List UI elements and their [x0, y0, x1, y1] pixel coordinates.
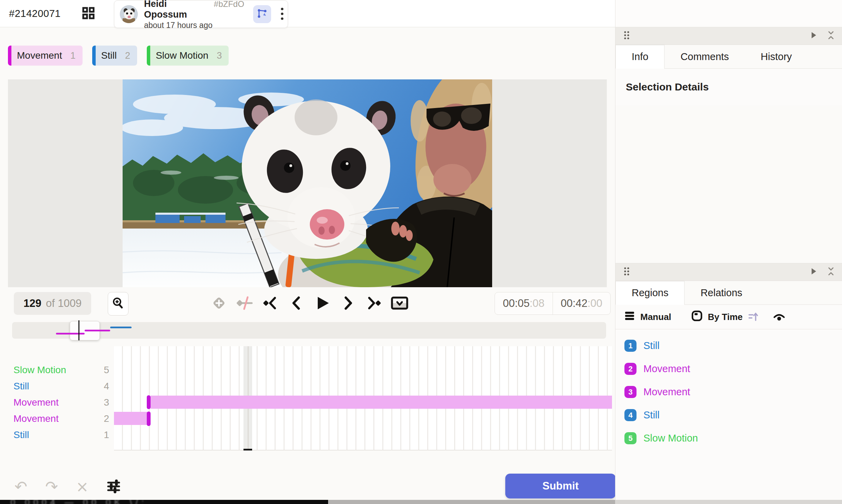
video-frame[interactable]: [123, 79, 492, 287]
tab-history[interactable]: History: [745, 45, 808, 68]
time-duration-main: 00:42: [561, 297, 587, 310]
total-frames: of 1009: [46, 297, 82, 310]
visibility-toggle-icon[interactable]: [773, 312, 785, 322]
label-tag-text: Still: [101, 50, 117, 61]
undo-icon: ↶: [15, 478, 27, 495]
time-duration: 00:42:00: [553, 292, 611, 314]
region-select-icon: [257, 8, 267, 20]
label-tag-still[interactable]: Still 2: [92, 46, 137, 66]
track-row-slow-motion[interactable]: Slow Motion 5: [8, 362, 114, 378]
redo-icon: ↷: [45, 478, 58, 495]
next-keyframe-button[interactable]: [365, 294, 383, 312]
region-item-1[interactable]: 1 Still: [615, 334, 842, 357]
keyframe-add-icon: [211, 295, 227, 312]
tab-comments[interactable]: Comments: [664, 45, 745, 68]
kebab-icon: [280, 7, 284, 22]
prediction-toggle-button[interactable]: [253, 5, 271, 23]
track-row-still[interactable]: Still 4: [8, 378, 114, 394]
submit-button[interactable]: Submit: [505, 474, 616, 498]
panel-top-spacer: [615, 0, 842, 27]
frame-counter[interactable]: 129 of 1009: [14, 292, 91, 315]
reset-button[interactable]: ×: [76, 479, 89, 494]
grid-view-button[interactable]: [82, 7, 95, 20]
card-menu-button[interactable]: [280, 7, 284, 22]
label-tag-slow-motion[interactable]: Slow Motion 3: [147, 46, 229, 66]
label-hotkey: 3: [217, 50, 222, 61]
settings-button[interactable]: [107, 479, 121, 494]
region-list: 1 Still 2 Movement 3 Movement 4 Still 5: [615, 329, 842, 455]
label-hotkey: 2: [125, 50, 130, 61]
track-number: 1: [104, 429, 109, 440]
track-number: 2: [104, 413, 109, 424]
region-bar-movement-2[interactable]: [114, 412, 147, 425]
cropped-scrollbar-strip: [328, 500, 615, 504]
region-label: Slow Motion: [643, 433, 698, 444]
tab-info[interactable]: Info: [615, 45, 664, 69]
track-number: 5: [104, 365, 109, 376]
add-keyframe-button[interactable]: [210, 294, 228, 312]
region-item-3[interactable]: 3 Movement: [615, 380, 842, 404]
region-item-4[interactable]: 4 Still: [615, 404, 842, 427]
sort-order-icon[interactable]: [748, 311, 758, 322]
region-badge: 1: [624, 340, 637, 352]
time-position: 00:05:08: [495, 292, 553, 314]
tab-relations[interactable]: Relations: [685, 281, 758, 304]
info-panel-body: Selection Details: [615, 69, 842, 105]
chevron-left-icon: [288, 295, 304, 312]
detach-panel-icon[interactable]: [811, 268, 817, 277]
region-bar-movement-3[interactable]: [151, 396, 612, 409]
timeline-playhead-handle[interactable]: [243, 449, 252, 450]
annotation-card[interactable]: Heidi Opossum #bZFdO about 17 hours ago: [114, 0, 288, 28]
label-tag-movement[interactable]: Movement 1: [8, 46, 83, 66]
tab-regions[interactable]: Regions: [615, 281, 685, 305]
cropped-video-strip: 0 0004 — 00 0K \/:: [0, 500, 328, 504]
undo-button[interactable]: ↶: [15, 479, 27, 494]
collapse-panel-icon[interactable]: [827, 267, 835, 277]
cropped-strip-glyphs: 0 0004 — 00 0K \/:: [10, 500, 147, 504]
grid-icon: [82, 7, 95, 20]
timeline-grid[interactable]: [114, 346, 612, 450]
regions-panel-header[interactable]: [615, 263, 842, 281]
region-label: Movement: [643, 363, 690, 375]
track-row-movement[interactable]: Movement 2: [8, 410, 114, 427]
sort-mode-label: By Time: [708, 312, 743, 322]
interpolation-toggle-button[interactable]: [236, 294, 254, 312]
track-label: Still: [13, 429, 29, 440]
track-label: Movement: [13, 397, 59, 408]
drag-handle-icon[interactable]: [623, 30, 631, 41]
minimap-region-movement: [56, 333, 85, 335]
chevron-right-icon: [340, 295, 356, 312]
region-item-2[interactable]: 2 Movement: [615, 357, 842, 380]
annotation-time: about 17 hours ago: [144, 21, 244, 30]
region-badge: 3: [624, 386, 637, 398]
time-position-main: 00:05: [503, 297, 530, 310]
region-label: Still: [643, 409, 660, 421]
keyframe-cap[interactable]: [147, 411, 151, 426]
by-time-icon: [691, 310, 702, 324]
group-mode-selector[interactable]: Manual: [624, 311, 671, 323]
prev-frame-button[interactable]: [287, 294, 305, 312]
drag-handle-icon[interactable]: [623, 266, 631, 278]
prev-keyframe-button[interactable]: [261, 294, 279, 312]
detach-panel-icon[interactable]: [811, 31, 817, 40]
play-button[interactable]: [313, 294, 331, 312]
region-item-5[interactable]: 5 Slow Motion: [615, 427, 842, 450]
track-label: Movement: [13, 413, 59, 424]
timeline-zoom-button[interactable]: [108, 292, 128, 316]
sort-mode-selector[interactable]: By Time: [691, 310, 743, 324]
track-row-still[interactable]: Still 1: [8, 427, 114, 443]
minimap-playhead[interactable]: [78, 320, 79, 340]
keyframe-cap[interactable]: [147, 395, 151, 409]
annotation-meta: Heidi Opossum #bZFdO about 17 hours ago: [144, 0, 244, 30]
selection-details-heading: Selection Details: [626, 81, 832, 93]
timeline-collapse-button[interactable]: [391, 294, 409, 312]
timeline-minimap[interactable]: [12, 322, 606, 339]
info-panel-header[interactable]: [615, 27, 842, 45]
redo-button[interactable]: ↷: [45, 479, 58, 494]
track-row-movement[interactable]: Movement 3: [8, 394, 114, 410]
region-badge: 5: [624, 432, 637, 444]
collapse-panel-icon[interactable]: [827, 31, 835, 41]
task-id: #21420071: [9, 8, 61, 19]
current-frame: 129: [23, 297, 41, 310]
next-frame-button[interactable]: [339, 294, 357, 312]
